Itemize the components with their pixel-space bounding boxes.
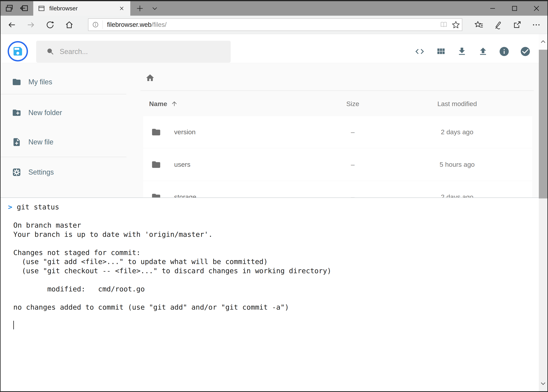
back-arrow-icon — [7, 20, 16, 29]
sidebar-item-settings[interactable]: Settings — [0, 163, 126, 182]
home-button[interactable] — [60, 16, 79, 34]
address-separator — [103, 20, 103, 29]
sidebar-item-new-file[interactable]: New file — [0, 133, 126, 151]
listing-header: Name Size Last modified — [143, 96, 532, 111]
raw-view-button[interactable] — [409, 40, 430, 63]
active-tab[interactable]: filebrowser — [33, 1, 130, 16]
window-controls — [482, 1, 548, 16]
file-size: – — [323, 161, 382, 168]
folder-icon — [12, 77, 21, 87]
tab-bar: filebrowser — [0, 1, 548, 16]
floppy-disk-icon — [12, 46, 23, 57]
toolbar-right-actions — [469, 16, 546, 34]
plus-icon — [136, 5, 144, 12]
column-header-name[interactable]: Name — [143, 100, 323, 108]
chevron-down-icon — [151, 5, 158, 12]
favorites-hub-button[interactable] — [469, 16, 488, 34]
sidebar-item-label: Settings — [28, 168, 54, 176]
maximize-icon — [511, 5, 519, 12]
tabs-set-aside-list-button[interactable] — [5, 3, 15, 14]
close-window-button[interactable] — [526, 1, 548, 16]
browser-window: filebrowser — [0, 0, 548, 392]
stacked-tabs-icon — [5, 4, 14, 13]
file-size: – — [323, 128, 382, 136]
more-menu-button[interactable] — [527, 16, 546, 34]
terminal-prompt-line: >git status — [8, 203, 539, 212]
column-header-size[interactable]: Size — [323, 100, 382, 108]
check-circle-icon — [520, 46, 531, 57]
chevron-down-icon — [540, 380, 547, 387]
home-icon — [145, 73, 155, 83]
table-row-version[interactable]: version – 2 days ago — [143, 116, 532, 148]
gear-icon — [12, 168, 21, 177]
folder-icon — [151, 160, 161, 169]
back-button[interactable] — [2, 16, 21, 34]
reading-view-button[interactable] — [438, 21, 450, 29]
search-input[interactable] — [59, 47, 216, 56]
filebrowser-logo[interactable] — [8, 41, 28, 62]
refresh-button[interactable] — [41, 16, 60, 34]
file-name: users — [174, 161, 190, 168]
web-notes-button[interactable] — [488, 16, 507, 34]
add-favorite-button[interactable] — [450, 20, 462, 29]
set-tabs-aside-button[interactable] — [19, 3, 29, 14]
info-circle-icon — [499, 46, 510, 57]
forward-button[interactable] — [21, 16, 41, 34]
minimize-icon — [489, 5, 497, 12]
grid-icon — [436, 46, 446, 56]
prompt-chevron: > — [8, 203, 12, 211]
minimize-button[interactable] — [482, 1, 504, 16]
share-button[interactable] — [507, 16, 527, 34]
scrollbar-up-button[interactable] — [539, 34, 548, 50]
terminal-output: On branch master Your branch is up to da… — [13, 212, 539, 312]
tab-list-dropdown-button[interactable] — [150, 1, 160, 16]
scrollbar-thumb[interactable] — [539, 50, 548, 198]
terminal-cursor — [13, 321, 14, 329]
folder-icon — [151, 127, 161, 137]
file-modified: 5 hours ago — [382, 161, 532, 168]
search-box[interactable] — [36, 41, 231, 63]
address-bar[interactable]: filebrowser.web/files/ — [88, 18, 462, 31]
tab-close-button[interactable] — [118, 5, 126, 12]
download-button[interactable] — [451, 40, 472, 63]
url-text: filebrowser.web/files/ — [107, 21, 166, 28]
sort-ascending-icon — [171, 100, 178, 107]
sidebar-item-label: My files — [28, 78, 52, 86]
site-info-button[interactable] — [88, 21, 103, 28]
header-actions — [409, 40, 536, 63]
grid-view-button[interactable] — [430, 40, 451, 63]
refresh-icon — [46, 20, 55, 29]
book-icon — [440, 21, 448, 29]
page-scrollbar[interactable] — [539, 34, 548, 391]
download-icon — [457, 46, 467, 56]
sidebar-item-my-files[interactable]: My files — [0, 73, 126, 91]
sidebar-item-new-folder[interactable]: New folder — [0, 104, 126, 122]
close-icon — [119, 6, 125, 11]
select-button[interactable] — [515, 40, 536, 63]
code-icon — [415, 46, 425, 56]
page-content: My files New folder New file — [0, 34, 548, 391]
maximize-button[interactable] — [504, 1, 526, 16]
scrollbar-down-button[interactable] — [539, 376, 548, 391]
info-icon — [91, 21, 99, 28]
new-tab-button[interactable] — [134, 1, 146, 16]
info-button[interactable] — [494, 40, 515, 63]
column-header-modified[interactable]: Last modified — [382, 100, 532, 108]
url-host: filebrowser.web — [107, 21, 152, 28]
file-modified: 2 days ago — [382, 128, 532, 136]
breadcrumb-home-button[interactable] — [145, 73, 155, 83]
sidebar-divider — [0, 157, 126, 157]
file-plus-icon — [12, 137, 21, 147]
content-divider — [140, 91, 534, 91]
page-icon — [38, 5, 45, 12]
star-list-icon — [474, 20, 483, 29]
browser-toolbar: filebrowser.web/files/ — [0, 16, 548, 34]
table-row-users[interactable]: users – 5 hours ago — [143, 148, 532, 181]
tab-aside-arrow-icon — [19, 4, 28, 13]
tab-title: filebrowser — [49, 5, 118, 12]
terminal-panel[interactable]: >git status On branch master Your branch… — [0, 197, 539, 391]
url-path: /files/ — [152, 21, 166, 28]
file-name: version — [174, 128, 196, 136]
home-icon — [65, 20, 74, 29]
upload-button[interactable] — [472, 40, 494, 63]
